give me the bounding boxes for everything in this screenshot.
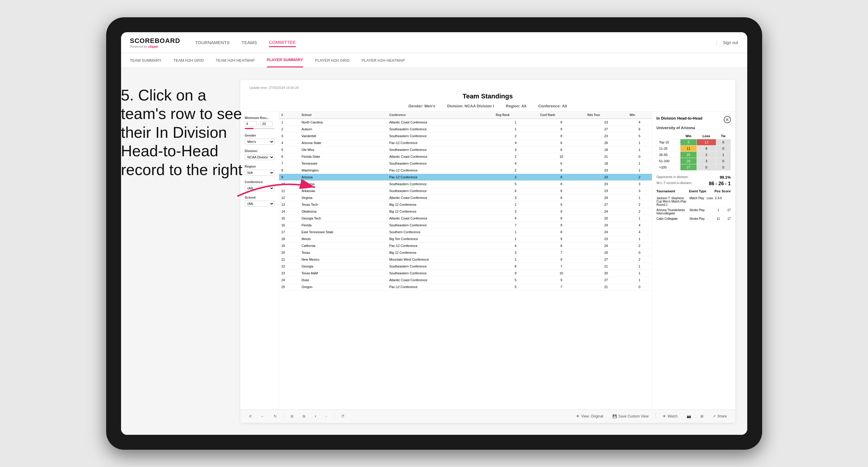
add-button[interactable]: +	[312, 413, 319, 419]
cell-rank: 14	[279, 208, 299, 215]
subnav-team-summary[interactable]: TEAM SUMMARY	[130, 53, 162, 67]
table-row[interactable]: 9 Arizona Pac-12 Conference 3 9 23 2	[279, 174, 652, 181]
watch-label: Watch	[668, 414, 678, 418]
cell-rds: 27	[585, 126, 627, 133]
prev-button[interactable]: ←	[258, 413, 267, 419]
table-row[interactable]: 11 Arkansas Southeastern Conference 6 8 …	[279, 188, 652, 194]
division-select[interactable]: NCAA Division I	[245, 154, 274, 160]
cell-win: 0	[627, 249, 652, 256]
subnav-team-h2h-heatmap[interactable]: TEAM H2H HEATMAP	[216, 53, 255, 67]
conference-value: All	[562, 104, 567, 108]
table-row[interactable]: 18 Illinois Big Ten Conference 1 9 23 1	[279, 236, 652, 243]
cell-rank: 20	[279, 249, 299, 256]
clock-button[interactable]: ⏱	[339, 413, 347, 419]
screenshot-button[interactable]: 📷	[684, 413, 693, 419]
cell-rank: 2	[279, 126, 299, 133]
table-row[interactable]: 5 Ole Miss Southeastern Conference 3 6 1…	[279, 147, 652, 153]
card-body: Minimum Rou... - Gender	[240, 112, 735, 409]
paste-button[interactable]: ⧉	[300, 413, 308, 419]
cell-reg-rank: 3	[494, 147, 538, 153]
cell-reg-rank: 4	[494, 160, 538, 167]
t-col-score: Score	[722, 189, 731, 193]
view-original-button[interactable]: 👁 View: Original	[574, 413, 606, 419]
h2h-row-51100: 51-100 20 3 0	[657, 158, 731, 164]
col-conference: Conference	[387, 112, 493, 119]
share-icon: ↗	[713, 414, 716, 418]
grid-button[interactable]: ⊞	[698, 413, 706, 419]
col-rank: #	[279, 112, 299, 119]
tournament-row-1[interactable]: Jackson T. Stephens Cup Men's Match-Play…	[657, 196, 731, 208]
cell-conf-rank: 9	[538, 277, 585, 284]
logo-brand: clippd	[148, 45, 158, 48]
h2h-win-1125: 11	[680, 146, 697, 152]
table-row[interactable]: 15 Georgia Tech Atlantic Coast Conferenc…	[279, 215, 652, 222]
nav-teams[interactable]: TEAMS	[242, 38, 257, 46]
table-row[interactable]: 25 Oregon Pac-12 Conference 5 7 21 0	[279, 284, 652, 290]
h2h-col-win: Win	[680, 133, 697, 139]
table-row[interactable]: 2 Auburn Southeastern Conference 1 9 27 …	[279, 126, 652, 133]
subnav-player-h2h-heatmap[interactable]: PLAYER H2H HEATMAP	[362, 53, 405, 67]
table-area: # School Conference Reg Rank Conf Rank R…	[279, 112, 652, 409]
min-rounds-input-high[interactable]	[260, 121, 273, 126]
table-row[interactable]: 16 Florida Southeastern Conference 7 9 2…	[279, 222, 652, 229]
cell-win: 4	[627, 119, 652, 126]
table-row[interactable]: 24 Duke Atlantic Coast Conference 5 9 27…	[279, 277, 652, 284]
table-row[interactable]: 14 Oklahoma Big 12 Conference 3 9 24 2	[279, 208, 652, 215]
save-custom-button[interactable]: 💾 Save Custom View	[610, 413, 651, 419]
region-select[interactable]: N/A	[245, 170, 274, 176]
h2h-close-button[interactable]: ✕	[724, 116, 731, 123]
cell-school: Oregon	[299, 284, 387, 290]
sign-out-button[interactable]: Sign out	[716, 40, 738, 45]
gender-select[interactable]: Men's	[245, 139, 274, 145]
subnav-player-h2h-grid[interactable]: PLAYER H2H GRID	[315, 53, 349, 67]
table-row[interactable]: 23 Texas A&M Southeastern Conference 9 1…	[279, 270, 652, 277]
share-button[interactable]: ↗ Share	[710, 413, 729, 419]
subnav-team-h2h-grid[interactable]: TEAM H2H GRID	[173, 53, 204, 67]
tournament-section: Tournament Event Type Pos Score Jackson …	[657, 189, 731, 222]
table-row[interactable]: 17 East Tennessee State Southern Confere…	[279, 229, 652, 236]
cell-reg-rank: 3	[494, 208, 538, 215]
min-rounds-input-low[interactable]	[245, 121, 257, 126]
nav-tournaments[interactable]: TOURNAMENTS	[195, 38, 229, 46]
tournament-row-3[interactable]: Cabo Collegiate Stroke Play 11 17	[657, 216, 731, 222]
cell-conf-rank: 9	[538, 119, 585, 126]
minus-button[interactable]: -	[323, 413, 330, 419]
conference-select[interactable]: (All)	[245, 185, 274, 191]
h2h-tie-1125: 0	[716, 146, 731, 152]
nav-committee[interactable]: COMMITTEE	[269, 38, 296, 47]
cell-rds: 20	[585, 270, 627, 277]
table-row[interactable]: 22 Georgia Southeastern Conference 8 7 2…	[279, 263, 652, 270]
t-score-2: -17	[722, 209, 731, 215]
table-row[interactable]: 8 Washington Pac-12 Conference 2 8 23 1	[279, 167, 652, 174]
cell-rank: 6	[279, 153, 299, 160]
cell-conference: Atlantic Coast Conference	[387, 215, 493, 222]
school-select[interactable]: (All)	[245, 201, 274, 207]
redo-button[interactable]: ↻	[271, 413, 279, 419]
table-row[interactable]: 7 Tennessee Southeastern Conference 4 6 …	[279, 160, 652, 167]
table-row[interactable]: 20 Texas Big 12 Conference 3 7 20 0	[279, 249, 652, 256]
table-row[interactable]: 1 North Carolina Atlantic Coast Conferen…	[279, 119, 652, 126]
cell-reg-rank: 3	[494, 174, 538, 181]
table-row[interactable]: 6 Florida State Atlantic Coast Conferenc…	[279, 153, 652, 160]
opponents-label: Opponents in division:	[657, 175, 689, 180]
h2h-row-2650: 26-50 25 2 1	[657, 152, 731, 158]
table-row[interactable]: 19 California Pac-12 Conference 4 8 24 2	[279, 243, 652, 249]
cell-conference: Mountain West Conference	[387, 256, 493, 263]
undo-button[interactable]: ↺	[246, 413, 254, 419]
copy-button[interactable]: ⧉	[288, 413, 296, 419]
table-row[interactable]: 10 Alabama Southeastern Conference 5 8 2…	[279, 181, 652, 188]
top-nav: SCOREBOARD Powered by clippd TOURNAMENTS…	[121, 32, 747, 53]
table-row[interactable]: 12 Virginia Atlantic Coast Conference 3 …	[279, 194, 652, 201]
table-row[interactable]: 3 Vanderbilt Southeastern Conference 2 8…	[279, 133, 652, 139]
cell-win: 1	[627, 270, 652, 277]
watch-button[interactable]: 👁 Watch	[660, 413, 680, 419]
tournament-row-2[interactable]: Arizona Thunderbirds Intercollegiate Str…	[657, 208, 731, 216]
table-row[interactable]: 13 Texas Tech Big 12 Conference 1 9 27 2	[279, 201, 652, 208]
table-row[interactable]: 21 New Mexico Mountain West Conference 1…	[279, 256, 652, 263]
table-row[interactable]: 4 Arizona State Pac-12 Conference 4 6 26…	[279, 139, 652, 147]
cell-conf-rank: 9	[538, 236, 585, 243]
cell-rds: 23	[585, 133, 627, 139]
subnav-player-summary[interactable]: PLAYER SUMMARY	[267, 53, 303, 67]
content-card: Update time: 27/03/2024 16:56:26 Team St…	[240, 80, 735, 423]
t-name-3: Cabo Collegiate	[657, 217, 690, 220]
